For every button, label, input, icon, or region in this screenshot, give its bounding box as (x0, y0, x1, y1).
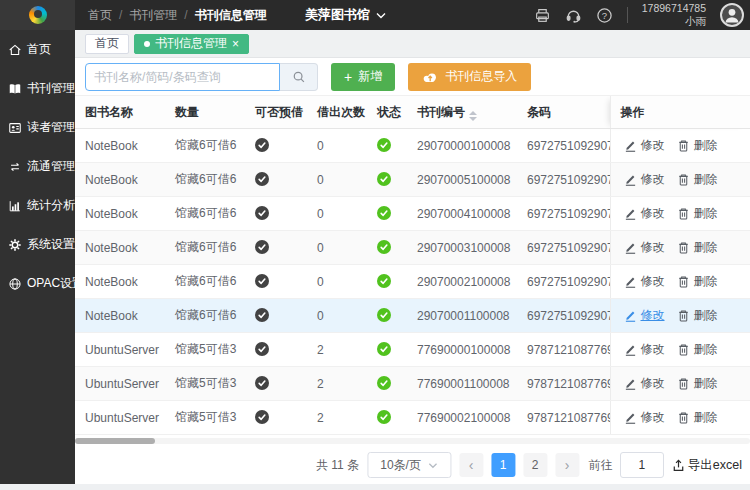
page-button-2[interactable]: 2 (523, 453, 547, 477)
sidebar-item-circulation[interactable]: 流通管理 (0, 147, 75, 186)
edit-button[interactable]: 修改 (624, 375, 665, 392)
sort-icon[interactable] (469, 111, 477, 121)
page-button-1[interactable]: 1 (491, 453, 515, 477)
edit-button[interactable]: 修改 (624, 239, 665, 256)
trash-icon (677, 309, 690, 322)
edit-button[interactable]: 修改 (624, 205, 665, 222)
delete-button[interactable]: 删除 (677, 341, 718, 358)
cell-quantity: 馆藏6可借6 (165, 231, 245, 265)
edit-button[interactable]: 修改 (624, 307, 665, 324)
delete-button[interactable]: 删除 (677, 409, 718, 426)
sidebar-item-books[interactable]: 书刊管理 (0, 69, 75, 108)
support-headset-icon[interactable] (565, 7, 582, 24)
delete-button[interactable]: 删除 (677, 171, 718, 188)
cell-borrow-count: 0 (307, 265, 367, 299)
pagination-right: 前往 导出excel (589, 451, 742, 479)
cell-reservable (245, 197, 307, 231)
printer-icon[interactable] (534, 7, 551, 24)
delete-button[interactable]: 删除 (677, 239, 718, 256)
search-group (85, 63, 318, 91)
globe-icon (8, 277, 22, 291)
search-input[interactable] (85, 63, 280, 91)
library-switcher[interactable]: 美萍图书馆 (305, 0, 386, 30)
next-page-button[interactable]: › (555, 453, 579, 477)
breadcrumb-item[interactable]: 首页 (88, 7, 112, 24)
column-header-label: 书刊编号 (417, 105, 465, 119)
delete-button[interactable]: 删除 (677, 273, 718, 290)
tab-close-icon[interactable]: × (232, 38, 239, 50)
delete-button[interactable]: 删除 (677, 307, 718, 324)
delete-label: 删除 (694, 171, 718, 188)
edit-button[interactable]: 修改 (624, 409, 665, 426)
edit-label: 修改 (641, 171, 665, 188)
sort-asc-icon[interactable] (469, 111, 477, 115)
goto-page-input[interactable] (620, 452, 664, 478)
sidebar-item-opac[interactable]: OPAC设置 (0, 264, 75, 303)
column-header-book-no[interactable]: 书刊编号 (407, 96, 517, 129)
column-header-actions: 操作 (610, 96, 750, 129)
delete-label: 删除 (694, 137, 718, 154)
cell-status (367, 299, 407, 333)
cell-status (367, 129, 407, 163)
cell-book-no: 77690001100008 (407, 367, 517, 401)
add-button[interactable]: + 新增 (331, 63, 395, 91)
sidebar-item-stats[interactable]: 统计分析 (0, 186, 75, 225)
cell-book-name: UbuntuServer (75, 401, 165, 435)
edit-pencil-icon (624, 343, 637, 356)
edit-button[interactable]: 修改 (624, 171, 665, 188)
cloud-upload-icon (422, 71, 438, 83)
cell-book-no: 29070003100008 (407, 231, 517, 265)
avatar[interactable] (720, 3, 744, 27)
cell-book-name: UbuntuServer (75, 333, 165, 367)
scrollbar-thumb[interactable] (75, 438, 155, 444)
cell-quantity: 馆藏5可借3 (165, 401, 245, 435)
table-row: UbuntuServer馆藏5可借32776900001000089787121… (75, 333, 750, 367)
cell-status (367, 163, 407, 197)
tab-home[interactable]: 首页 (85, 34, 129, 54)
sort-desc-icon[interactable] (469, 117, 477, 121)
status-ok-icon (377, 376, 391, 390)
delete-label: 删除 (694, 409, 718, 426)
page-size-select[interactable]: 10条/页 (367, 452, 451, 478)
user-info[interactable]: 17896714785 小雨 (642, 2, 706, 28)
logo-icon (29, 6, 47, 24)
cell-barcode: 6972751092907 (517, 231, 610, 265)
edit-label: 修改 (641, 375, 665, 392)
table-row: UbuntuServer馆藏5可借32776900011000089787121… (75, 367, 750, 401)
cell-borrow-count: 2 (307, 333, 367, 367)
export-excel-button[interactable]: 导出excel (671, 457, 742, 474)
edit-label: 修改 (641, 273, 665, 290)
delete-button[interactable]: 删除 (677, 137, 718, 154)
reservable-check-icon (255, 172, 269, 186)
status-ok-icon (377, 172, 391, 186)
user-phone: 17896714785 (642, 2, 706, 15)
column-header-book-name: 图书名称 (75, 96, 165, 129)
delete-button[interactable]: 删除 (677, 375, 718, 392)
import-button[interactable]: 书刊信息导入 (408, 63, 531, 91)
svg-text:?: ? (602, 9, 607, 20)
library-app-window: 首页/书刊管理/书刊信息管理 美萍图书馆 ? 17896714785 小雨 (0, 0, 750, 490)
trash-icon (677, 411, 690, 424)
delete-label: 删除 (694, 205, 718, 222)
breadcrumb-item[interactable]: 书刊管理 (129, 7, 177, 24)
cell-book-name: NoteBook (75, 129, 165, 163)
sidebar-item-settings[interactable]: 系统设置 (0, 225, 75, 264)
edit-button[interactable]: 修改 (624, 273, 665, 290)
sidebar-item-home[interactable]: 首页 (0, 30, 75, 69)
edit-button[interactable]: 修改 (624, 341, 665, 358)
table-row: NoteBook馆藏6可借602907000110000869727510929… (75, 299, 750, 333)
app-logo[interactable] (0, 0, 75, 30)
add-button-label: 新增 (358, 68, 382, 85)
edit-button[interactable]: 修改 (624, 137, 665, 154)
search-button[interactable] (280, 63, 318, 91)
status-ok-icon (377, 410, 391, 424)
help-icon[interactable]: ? (596, 7, 613, 24)
cell-book-name: NoteBook (75, 231, 165, 265)
prev-page-button[interactable]: ‹ (459, 453, 483, 477)
delete-button[interactable]: 删除 (677, 205, 718, 222)
cell-reservable (245, 299, 307, 333)
main-content: 首页书刊信息管理× + 新增 书刊信息导入 图书名称数量可否预借 (75, 30, 750, 484)
tab-book-info[interactable]: 书刊信息管理× (134, 34, 249, 54)
sidebar-item-readers[interactable]: 读者管理 (0, 108, 75, 147)
table-body: NoteBook馆藏6可借602907000010000869727510929… (75, 129, 750, 435)
